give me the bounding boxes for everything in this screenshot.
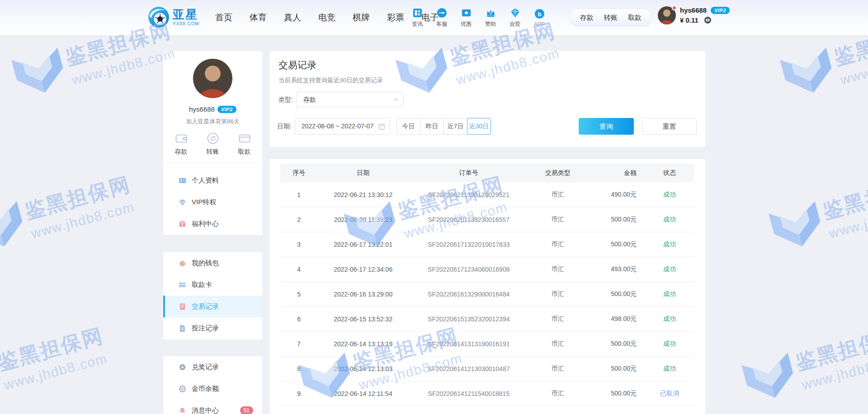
sidebar-item-coin-balance[interactable]: 金币余额 xyxy=(163,378,262,400)
col-header-type: 交易类型 xyxy=(529,169,587,177)
notification-dot xyxy=(672,5,677,10)
cell-date: 2022-06-14 12:13:03 xyxy=(317,365,409,372)
profile-avatar-photo xyxy=(193,59,232,98)
sidebar-item-profile[interactable]: 个人资料 xyxy=(163,169,262,191)
range-7days-button[interactable]: 近7日 xyxy=(443,118,467,135)
sidebar-item-label: VIP特权 xyxy=(192,198,216,207)
cell-no: 3 xyxy=(280,241,317,248)
sidebar-item-welfare[interactable]: 福利中心 xyxy=(163,213,262,235)
reset-button[interactable]: 重置 xyxy=(642,118,697,135)
nav-chess[interactable]: 棋牌 xyxy=(349,12,373,24)
cell-type: 币汇 xyxy=(529,390,587,398)
promo-label: 优惠 xyxy=(461,20,472,28)
withdraw-button[interactable]: 取款 xyxy=(628,14,642,22)
cell-type: 币汇 xyxy=(529,216,587,224)
cell-order: SF202206211330120029521 xyxy=(409,191,529,198)
watermark-shield-icon xyxy=(0,344,5,408)
sidebar-item-label: 福利中心 xyxy=(192,220,219,228)
sidebar-item-withdraw-card[interactable]: 取款卡 xyxy=(163,274,262,296)
coin-icon xyxy=(179,385,186,393)
sidebar-item-redeem-record[interactable]: 兑奖记录 xyxy=(163,356,262,378)
transactions-table-card: 序号 日期 订单号 交易类型 金额 状态 1 2022-06-21 13:30:… xyxy=(269,159,705,414)
nav-sports[interactable]: 体育 xyxy=(246,12,270,24)
profile-avatar[interactable] xyxy=(193,59,232,98)
id-card-icon xyxy=(179,177,186,184)
cell-type: 币汇 xyxy=(529,340,587,348)
sidebar-withdraw-label: 取款 xyxy=(238,148,251,156)
table-row: 9 2022-06-14 12:11:54 SF2022061412115400… xyxy=(280,381,694,406)
wallet-actions-pill: 存款 转账 取款 xyxy=(569,9,652,27)
range-yesterday-button[interactable]: 昨日 xyxy=(420,118,444,135)
cell-date: 2022-06-16 13:29:00 xyxy=(317,291,409,298)
service-button[interactable]: 客服 xyxy=(432,7,452,28)
sidebar-menu-other: 兑奖记录 金币余额 消息中心 51 xyxy=(163,356,262,414)
balance-amount: ¥ 0.11 xyxy=(680,16,698,24)
cell-amount: 490.00元 xyxy=(587,191,645,199)
table-row: 4 2022-06-17 12:34:06 SF2022061712340600… xyxy=(280,257,694,282)
search-button[interactable]: 查询 xyxy=(579,118,634,135)
watermark-tile: 鉴黑担保网www.jhdb8.com xyxy=(0,156,170,256)
sidebar-item-label: 个人资料 xyxy=(192,176,219,185)
eye-toggle-icon[interactable] xyxy=(704,16,712,24)
date-label: 日期: xyxy=(277,118,292,135)
cell-amount: 493.00元 xyxy=(587,265,645,273)
type-select[interactable]: 存款 xyxy=(296,92,404,107)
watermark-shield-icon xyxy=(0,193,32,256)
watermark-tile: 鉴黑担保网www.jhdb8.com xyxy=(0,307,143,408)
sidebar-item-vip[interactable]: VIP特权 xyxy=(163,191,262,213)
cell-date: 2022-06-14 12:11:54 xyxy=(317,390,409,397)
watermark-text: 鉴黑担保网 xyxy=(0,322,107,376)
app-button[interactable]: b APP xyxy=(529,8,549,28)
cell-no: 7 xyxy=(280,340,317,348)
range-today-button[interactable]: 今日 xyxy=(396,118,420,135)
col-header-no: 序号 xyxy=(280,169,317,177)
cell-amount: 500.00元 xyxy=(587,390,645,398)
nav-home[interactable]: 首页 xyxy=(212,12,236,24)
transaction-filter-card: 交易记录 当前系统支持查询最近30日的交易记录 类型: 存款 日期: 2022-… xyxy=(269,51,705,147)
col-header-order: 订单号 xyxy=(409,169,529,177)
sidebar-withdraw-button[interactable]: 取款 xyxy=(234,132,255,156)
bank-card-icon xyxy=(238,132,251,145)
nav-esports[interactable]: 电竞 xyxy=(315,12,339,24)
site-logo[interactable]: 亚星 YX88.COM xyxy=(147,6,199,28)
sponsor-button[interactable]: 赞助 xyxy=(481,7,500,28)
cell-no: 2 xyxy=(280,216,317,223)
partner-button[interactable]: 合营 xyxy=(505,7,525,28)
sidebar-item-transactions[interactable]: 交易记录 xyxy=(163,296,262,317)
vip-badge: VIP2 xyxy=(711,7,730,14)
table-row: 6 2022-06-15 13:52:32 SF2022061513523200… xyxy=(280,307,694,332)
vip-gem-icon xyxy=(179,198,186,206)
cell-amount: 500.00元 xyxy=(587,340,645,348)
sidebar-item-betting-record[interactable]: 投注记录 xyxy=(163,317,262,339)
sidebar-quick-actions: 存款 转账 取款 xyxy=(163,132,262,163)
range-30days-button[interactable]: 近30日 xyxy=(467,118,491,135)
sidebar-transfer-button[interactable]: 转账 xyxy=(203,132,223,156)
cell-status: 成功 xyxy=(645,240,694,249)
cell-no: 5 xyxy=(280,291,317,298)
watermark-shield-icon xyxy=(6,39,72,103)
transfer-button[interactable]: 转账 xyxy=(604,14,618,22)
avatar[interactable] xyxy=(658,6,676,24)
date-range-input[interactable]: 2022-06-08 ~ 2022-07-07 xyxy=(295,118,390,135)
crown-icon xyxy=(485,7,496,19)
sidebar-item-my-wallet[interactable]: 我的钱包 xyxy=(163,252,262,274)
sidebar-item-label: 交易记录 xyxy=(192,302,219,311)
deposit-button[interactable]: 存款 xyxy=(580,14,594,22)
nav-lottery[interactable]: 彩票 xyxy=(383,12,408,24)
sidebar-deposit-button[interactable]: 存款 xyxy=(171,132,192,156)
watermark-shield-icon xyxy=(774,39,841,103)
news-button[interactable]: 资讯 xyxy=(407,7,427,28)
cell-order: SF202206201139230016557 xyxy=(409,216,529,223)
cell-status: 成功 xyxy=(645,290,694,298)
promo-button[interactable]: 优惠 xyxy=(456,7,476,28)
nav-live[interactable]: 真人 xyxy=(280,12,305,24)
sidebar-item-message-center[interactable]: 消息中心 51 xyxy=(163,400,262,414)
watermark-text: 鉴黑担保网 xyxy=(820,171,868,225)
watermark-url: www.jhdb8.com xyxy=(800,350,868,393)
col-header-status: 状态 xyxy=(645,169,694,177)
partner-label: 合营 xyxy=(509,20,520,28)
app-label: APP xyxy=(534,21,545,28)
transaction-record-icon xyxy=(179,303,186,310)
betting-record-icon xyxy=(179,325,186,332)
message-count-badge: 51 xyxy=(240,406,253,414)
